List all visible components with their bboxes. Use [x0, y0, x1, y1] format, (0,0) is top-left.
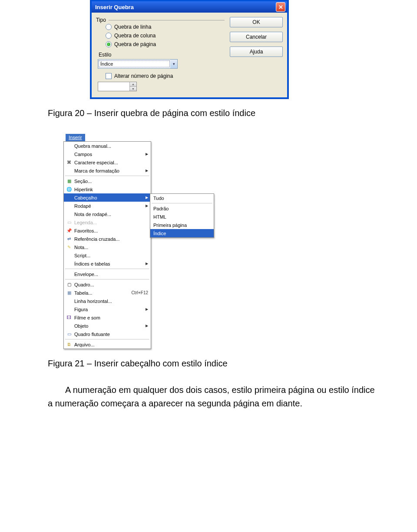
- menu-item-figura[interactable]: Figura▶: [64, 305, 151, 313]
- checkbox-alterar-numero[interactable]: Alterar número de página: [106, 73, 225, 79]
- cancel-button[interactable]: Cancelar: [230, 32, 283, 42]
- cabecalho-submenu: Tudo Padrão HTML Primeira página Índice: [150, 193, 214, 238]
- menu-separator: [65, 269, 149, 269]
- menu-item-envelope[interactable]: Envelope...: [64, 270, 151, 278]
- menu-separator: [152, 203, 212, 203]
- menu-item-caractere-especial[interactable]: ⌘Caractere especial...: [64, 158, 151, 166]
- frame-icon: ▢: [65, 281, 73, 288]
- special-char-icon: ⌘: [65, 159, 73, 166]
- menu-item-script[interactable]: Script...: [64, 251, 151, 259]
- menu-item-nota-rodape[interactable]: Nota de rodapé...: [64, 210, 151, 218]
- menu-item-rodape[interactable]: Rodapé▶: [64, 202, 151, 210]
- style-value: Índice: [99, 60, 170, 67]
- menu-item-indices-tabelas[interactable]: Índices e tabelas▶: [64, 259, 151, 268]
- body-paragraph: A numeração em qualquer dos dois casos, …: [0, 383, 417, 410]
- menu-item-hiperlink[interactable]: 🌐Hiperlink: [64, 185, 151, 193]
- insert-break-dialog: Inserir Quebra ✕ Tipo Quebra de linha Qu…: [90, 0, 288, 99]
- section-icon: ▦: [65, 178, 73, 185]
- file-icon: 🗎: [65, 341, 73, 348]
- submenu-item-indice[interactable]: Índice: [150, 229, 214, 237]
- caption-icon: ▭: [65, 219, 73, 226]
- float-frame-icon: ▭: [65, 331, 73, 338]
- dialog-titlebar[interactable]: Inserir Quebra ✕: [92, 1, 287, 13]
- hyperlink-icon: 🌐: [65, 186, 73, 193]
- menu-item-secao[interactable]: ▦Seção...: [64, 177, 151, 185]
- label-estilo: Estilo: [99, 52, 225, 58]
- menu-item-nota[interactable]: ✎Nota...: [64, 243, 151, 251]
- figure-20-caption: Figura 20 – Inserir quebra de página com…: [0, 108, 417, 118]
- menu-item-campos[interactable]: Campos▶: [64, 150, 151, 158]
- divider: [109, 20, 225, 20]
- menu-separator: [65, 279, 149, 279]
- submenu-item-padrao[interactable]: Padrão: [150, 204, 214, 213]
- submenu-item-tudo[interactable]: Tudo: [150, 194, 214, 202]
- group-label-tipo: Tipo: [96, 17, 106, 23]
- figure-21-caption: Figura 21 – Inserir cabeçalho com estilo…: [0, 359, 417, 369]
- bookmark-icon: 📌: [65, 227, 73, 234]
- menu-item-tabela[interactable]: ▦Tabela...Ctrl+F12: [64, 289, 151, 297]
- menu-item-quebra-manual[interactable]: Quebra manual...: [64, 142, 151, 150]
- menu-item-quadro[interactable]: ▢Quadro...: [64, 280, 151, 289]
- style-combobox[interactable]: Índice ▾: [98, 59, 178, 69]
- media-icon: 🎞: [65, 314, 73, 321]
- menu-item-quadro-flutuante[interactable]: ▭Quadro flutuante: [64, 330, 151, 338]
- menu-item-cabecalho[interactable]: Cabeçalho▶: [64, 193, 151, 202]
- menu-item-arquivo[interactable]: 🗎Arquivo...: [64, 340, 151, 349]
- spinner-up-icon[interactable]: ▲: [129, 82, 136, 86]
- submenu-item-primeira-pagina[interactable]: Primeira página: [150, 221, 214, 229]
- crossref-icon: ⇄: [65, 236, 73, 243]
- radio-quebra-pagina[interactable]: Quebra de página: [106, 41, 225, 47]
- ok-button[interactable]: OK: [230, 17, 283, 27]
- menu-item-referencia-cruzada[interactable]: ⇄Referência cruzada...: [64, 235, 151, 243]
- submenu-item-html[interactable]: HTML: [150, 213, 214, 221]
- menu-separator: [65, 176, 149, 176]
- spinner-down-icon[interactable]: ▼: [129, 86, 136, 91]
- menubar-item-inserir[interactable]: Inserir: [66, 134, 85, 141]
- menu-item-filme-som[interactable]: 🎞Filme e som: [64, 313, 151, 322]
- chevron-down-icon[interactable]: ▾: [170, 60, 177, 68]
- menu-item-legenda[interactable]: ▭Legenda...: [64, 218, 151, 226]
- page-number-spinner[interactable]: ▲ ▼: [98, 82, 137, 91]
- menu-item-favoritos[interactable]: 📌Favoritos...: [64, 226, 151, 235]
- insert-menu: Quebra manual... Campos▶ ⌘Caractere espe…: [63, 141, 151, 349]
- dialog-title: Inserir Quebra: [95, 4, 134, 10]
- menu-item-linha-horizontal[interactable]: Linha horizontal...: [64, 297, 151, 305]
- close-icon[interactable]: ✕: [276, 2, 285, 12]
- menu-item-objeto[interactable]: Objeto▶: [64, 322, 151, 330]
- table-icon: ▦: [65, 289, 73, 296]
- menu-separator: [65, 339, 149, 339]
- radio-quebra-coluna[interactable]: Quebra de coluna: [106, 33, 225, 39]
- note-icon: ✎: [65, 244, 73, 251]
- radio-quebra-linha[interactable]: Quebra de linha: [106, 24, 225, 30]
- help-button[interactable]: Ajuda: [230, 47, 283, 57]
- menu-item-marca-formatacao[interactable]: Marca de formatação▶: [64, 166, 151, 175]
